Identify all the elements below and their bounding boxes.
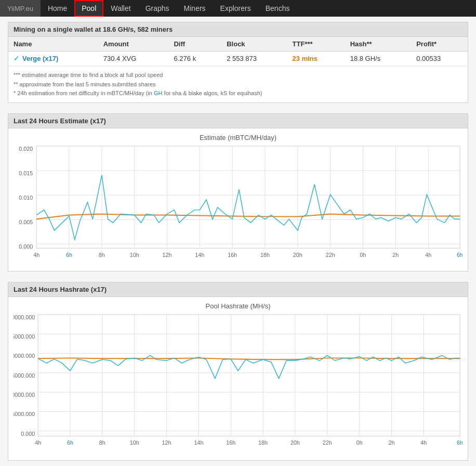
svg-text:20h: 20h bbox=[293, 252, 302, 258]
svg-rect-43 bbox=[38, 315, 460, 436]
col-name: Name bbox=[8, 37, 98, 51]
coin-multiplier: (x17) bbox=[43, 55, 58, 62]
svg-text:0.015: 0.015 bbox=[19, 170, 33, 176]
estimate-chart-title: Estimate (mBTC/MH/day) bbox=[14, 134, 462, 141]
svg-text:8h: 8h bbox=[99, 440, 105, 446]
table-row: ✓ Verge (x17) 730.4 XVG 6.276 k 2 553 87… bbox=[8, 51, 468, 66]
col-diff: Diff bbox=[168, 37, 221, 51]
estimate-chart-container: 0.020 0.015 0.010 0.005 0.000 bbox=[14, 144, 462, 266]
svg-text:18h: 18h bbox=[258, 440, 268, 446]
svg-text:10h: 10h bbox=[130, 252, 139, 258]
svg-text:4h: 4h bbox=[420, 440, 427, 446]
svg-text:0h: 0h bbox=[356, 440, 363, 446]
svg-text:12h: 12h bbox=[163, 252, 172, 258]
svg-text:18h: 18h bbox=[260, 252, 270, 258]
amount-cell: 730.4 XVG bbox=[98, 51, 169, 66]
svg-text:15000.000: 15000.000 bbox=[14, 372, 35, 379]
estimate-section-title: Last 24 Hours Estimate (x17) bbox=[8, 113, 468, 128]
svg-text:2h: 2h bbox=[389, 440, 395, 446]
nav-benchs[interactable]: Benchs bbox=[258, 0, 297, 17]
col-profit: Profit* bbox=[411, 37, 468, 51]
svg-text:30000.000: 30000.000 bbox=[14, 314, 35, 320]
nav-miners[interactable]: Miners bbox=[177, 0, 213, 17]
diff-cell: 6.276 k bbox=[168, 51, 221, 66]
svg-text:0h: 0h bbox=[360, 252, 366, 258]
svg-text:22h: 22h bbox=[326, 252, 335, 258]
hashrate-chart-title: Pool Hashrate (MH/s) bbox=[14, 302, 462, 310]
nav-wallet[interactable]: Wallet bbox=[103, 0, 138, 17]
svg-text:20h: 20h bbox=[290, 440, 300, 446]
coin-name-cell[interactable]: ✓ Verge (x17) bbox=[14, 55, 93, 62]
footnote-1: *** estimated average time to find a blo… bbox=[14, 71, 462, 80]
col-amount: Amount bbox=[98, 37, 169, 51]
svg-text:0.010: 0.010 bbox=[19, 195, 33, 201]
estimate-chart-svg: 0.020 0.015 0.010 0.005 0.000 bbox=[14, 144, 462, 266]
nav-explorers[interactable]: Explorers bbox=[213, 0, 258, 17]
verge-icon: ✓ bbox=[14, 55, 19, 62]
svg-text:0.000: 0.000 bbox=[21, 431, 35, 437]
main-nav: YiiMP.eu Home Pool Wallet Graphs Miners … bbox=[0, 0, 476, 17]
svg-text:10h: 10h bbox=[130, 440, 139, 446]
footnote-2: ** approximate from the last 5 minutes s… bbox=[14, 80, 462, 89]
svg-text:4h: 4h bbox=[425, 252, 431, 258]
estimate-chart-section: Estimate (mBTC/MH/day) 0.020 0.015 0.010… bbox=[8, 128, 468, 272]
svg-text:0.005: 0.005 bbox=[19, 219, 33, 225]
hashrate-chart-container: 30000.000 25000.000 20000.000 15000.000 … bbox=[14, 312, 462, 455]
coin-table-section: Name Amount Diff Block TTF*** Hash** Pro… bbox=[8, 37, 468, 103]
svg-text:6h: 6h bbox=[66, 252, 72, 258]
svg-text:16h: 16h bbox=[226, 440, 235, 446]
svg-text:25000.000: 25000.000 bbox=[14, 333, 35, 340]
svg-text:4h: 4h bbox=[33, 252, 39, 258]
nav-pool[interactable]: Pool bbox=[74, 0, 103, 17]
nav-home[interactable]: Home bbox=[41, 0, 74, 17]
col-block: Block bbox=[221, 37, 287, 51]
svg-text:20000.000: 20000.000 bbox=[14, 353, 35, 359]
hashrate-chart-svg: 30000.000 25000.000 20000.000 15000.000 … bbox=[14, 312, 462, 455]
svg-text:14h: 14h bbox=[195, 252, 204, 258]
svg-text:6h: 6h bbox=[457, 252, 462, 258]
svg-rect-5 bbox=[36, 146, 460, 248]
block-cell: 2 553 873 bbox=[221, 51, 287, 66]
footnotes: *** estimated average time to find a blo… bbox=[8, 66, 468, 102]
svg-text:0.000: 0.000 bbox=[19, 243, 33, 250]
hashrate-section-title: Last 24 Hours Hashrate (x17) bbox=[8, 282, 468, 297]
svg-text:10000.000: 10000.000 bbox=[14, 392, 35, 398]
svg-text:6h: 6h bbox=[67, 440, 73, 446]
svg-text:2h: 2h bbox=[392, 252, 399, 258]
hash-cell: 18.8 GH/s bbox=[345, 51, 412, 66]
summary-title: Mining on a single wallet at 18.6 GH/s, … bbox=[8, 22, 468, 37]
svg-text:22h: 22h bbox=[323, 440, 332, 446]
svg-text:5000.000: 5000.000 bbox=[14, 411, 35, 418]
coin-table: Name Amount Diff Block TTF*** Hash** Pro… bbox=[8, 37, 468, 66]
svg-text:0.020: 0.020 bbox=[19, 146, 33, 152]
col-hash: Hash** bbox=[345, 37, 412, 51]
nav-brand[interactable]: YiiMP.eu bbox=[0, 0, 41, 17]
svg-text:4h: 4h bbox=[35, 440, 41, 446]
profit-cell: 0.00533 bbox=[411, 51, 468, 66]
svg-text:14h: 14h bbox=[194, 440, 203, 446]
svg-text:6h: 6h bbox=[457, 440, 462, 446]
nav-graphs[interactable]: Graphs bbox=[138, 0, 177, 17]
footnote-3: * 24h estimation from net difficulty in … bbox=[14, 89, 462, 98]
svg-text:16h: 16h bbox=[228, 252, 237, 258]
hashrate-chart-section: Pool Hashrate (MH/s) 30000.000 25000.000… bbox=[8, 297, 468, 461]
col-ttf: TTF*** bbox=[287, 37, 345, 51]
ttf-cell: 23 mins bbox=[287, 51, 345, 66]
svg-text:12h: 12h bbox=[162, 440, 171, 446]
svg-text:8h: 8h bbox=[99, 252, 105, 258]
coin-label: Verge (x17) bbox=[22, 55, 58, 62]
